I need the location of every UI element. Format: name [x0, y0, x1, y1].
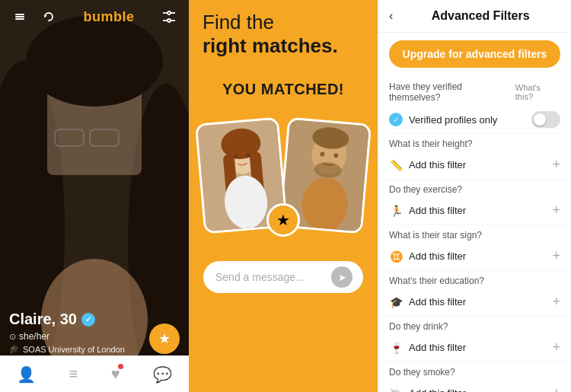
- drink-filter-label: Add this filter: [409, 342, 466, 353]
- verified-shield-icon: ✓: [389, 113, 403, 126]
- svg-point-12: [167, 19, 171, 22]
- verified-label: Verified profiles only: [409, 114, 497, 126]
- find-text: Find the right matches.: [203, 11, 378, 58]
- filter-rows-container: What is their height? 📏 Add this filter …: [378, 134, 571, 392]
- match-photos: ★: [199, 109, 367, 231]
- send-button[interactable]: ➤: [331, 266, 352, 288]
- drink-icon: 🍷: [389, 342, 403, 354]
- exercise-icon: 🏃: [389, 205, 403, 217]
- verified-filter-row: ✓ Verified profiles only: [389, 106, 560, 134]
- star-icon: ★: [276, 211, 290, 229]
- height-filter-label: Add this filter: [409, 159, 466, 171]
- bottom-navigation: 👤 ≡ ♥ 💬: [0, 355, 189, 392]
- whats-this-link[interactable]: What's this?: [515, 83, 560, 101]
- drink-filter-left: 🍷 Add this filter: [389, 342, 466, 354]
- profile-name: Claire, 30 ✓: [9, 311, 180, 328]
- app-logo: bumble: [83, 9, 134, 25]
- exercise-filter-label: Add this filter: [409, 205, 466, 216]
- smoke-filter-row[interactable]: 🚬 Add this filter +: [378, 379, 571, 392]
- verified-header: Have they verified themselves? What's th…: [389, 75, 560, 106]
- smoke-question: Do they smoke?: [378, 362, 571, 379]
- undo-button[interactable]: [38, 6, 59, 27]
- starsign-filter-label: Add this filter: [409, 250, 466, 262]
- exercise-add-icon[interactable]: +: [552, 202, 560, 218]
- pronouns-icon: ⊙: [9, 332, 16, 342]
- exercise-question: Do they exercise?: [378, 180, 571, 196]
- verified-filter-left: ✓ Verified profiles only: [389, 113, 497, 126]
- message-placeholder[interactable]: Send a message...: [215, 271, 305, 283]
- profile-panel: bumble Claire, 30 ✓ ⊙ she/her 🎓 SOAS Uni…: [0, 0, 189, 392]
- smoke-icon: 🚬: [389, 387, 403, 393]
- filters-title: Advanced Filters: [400, 9, 560, 23]
- nav-likes[interactable]: ♥: [111, 365, 120, 383]
- smoke-filter-left: 🚬 Add this filter: [389, 387, 466, 393]
- exercise-filter-left: 🏃 Add this filter: [389, 205, 466, 217]
- nav-menu[interactable]: ≡: [69, 365, 78, 383]
- education-filter-row[interactable]: 🎓 Add this filter +: [378, 288, 571, 317]
- smoke-filter-label: Add this filter: [409, 387, 466, 392]
- svg-rect-8: [15, 14, 24, 15]
- drink-add-icon[interactable]: +: [552, 339, 560, 355]
- starsign-filter-row[interactable]: ♊ Add this filter +: [378, 242, 571, 271]
- back-button[interactable]: [9, 6, 30, 27]
- university-icon: 🎓: [9, 344, 20, 354]
- drink-question: Do they drink?: [378, 317, 571, 333]
- height-question: What is their height?: [378, 134, 571, 151]
- top-bar: bumble: [0, 0, 189, 33]
- favorite-button[interactable]: ★: [149, 323, 180, 354]
- height-add-icon[interactable]: +: [552, 157, 560, 173]
- filters-header: ‹ Advanced Filters: [378, 0, 571, 33]
- back-button[interactable]: ‹: [389, 9, 393, 23]
- verified-toggle[interactable]: [531, 111, 560, 128]
- send-icon: ➤: [338, 272, 346, 283]
- svg-rect-10: [15, 18, 24, 20]
- education-icon: 🎓: [389, 296, 403, 308]
- education-filter-left: 🎓 Add this filter: [389, 296, 466, 308]
- height-filter-left: 📏 Add this filter: [389, 159, 466, 171]
- message-box[interactable]: Send a message... ➤: [203, 261, 363, 293]
- toggle-knob: [534, 113, 546, 126]
- nav-profile[interactable]: 👤: [17, 365, 36, 384]
- height-filter-row[interactable]: 📏 Add this filter +: [378, 151, 571, 180]
- matched-title: YOU MATCHED!: [222, 81, 344, 98]
- match-panel: Find the right matches. YOU MATCHED!: [189, 0, 378, 392]
- filters-panel: ‹ Advanced Filters Upgrade for advanced …: [378, 0, 571, 392]
- filters-scroll: Have they verified themselves? What's th…: [378, 75, 571, 392]
- filter-icon[interactable]: [158, 6, 180, 27]
- starsign-icon: ♊: [389, 250, 403, 263]
- svg-rect-9: [15, 16, 24, 18]
- match-header: Find the right matches.: [189, 0, 378, 58]
- education-add-icon[interactable]: +: [552, 294, 560, 310]
- svg-point-11: [167, 11, 171, 14]
- education-question: What's their education?: [378, 271, 571, 288]
- upgrade-button[interactable]: Upgrade for advanced filters: [389, 40, 560, 68]
- top-bar-left-icons: [9, 6, 59, 27]
- starsign-question: What is their star sign?: [378, 225, 571, 242]
- smoke-add-icon[interactable]: +: [552, 385, 560, 392]
- star-icon: ★: [158, 330, 171, 347]
- match-star-badge: ★: [266, 203, 300, 237]
- drink-filter-row[interactable]: 🍷 Add this filter +: [378, 333, 571, 362]
- exercise-filter-row[interactable]: 🏃 Add this filter +: [378, 196, 571, 225]
- starsign-filter-left: ♊ Add this filter: [389, 250, 466, 263]
- education-filter-label: Add this filter: [409, 296, 466, 308]
- likes-notification-dot: [118, 364, 123, 369]
- height-icon: 📏: [389, 159, 403, 171]
- verified-badge: ✓: [81, 313, 95, 327]
- verified-question: Have they verified themselves?: [389, 81, 515, 103]
- nav-messages[interactable]: 💬: [153, 365, 172, 384]
- verified-section: Have they verified themselves? What's th…: [378, 75, 571, 134]
- starsign-add-icon[interactable]: +: [552, 248, 560, 264]
